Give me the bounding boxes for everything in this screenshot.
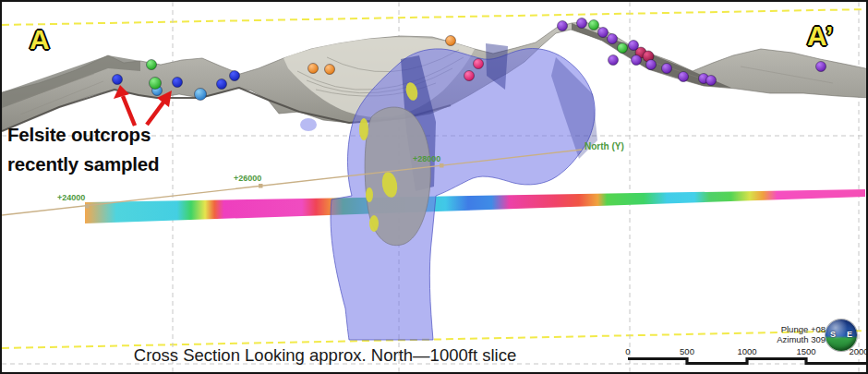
globe-letter-east: E	[847, 330, 852, 339]
sample-point-purple[interactable]	[632, 55, 642, 66]
sample-point-green[interactable]	[618, 43, 628, 54]
felsite-annotation-line2: recently sampled	[7, 150, 159, 179]
figure-caption: Cross Section Looking approx. North—1000…	[103, 345, 547, 366]
sample-point-purple[interactable]	[816, 62, 826, 72]
globe-letter-south: S	[830, 330, 836, 339]
sample-point-purple[interactable]	[558, 21, 568, 31]
axis-tick-28000: +28000	[413, 154, 440, 163]
sample-point-purple[interactable]	[662, 64, 672, 74]
scale-bar	[628, 359, 866, 364]
sample-point-purple[interactable]	[629, 41, 639, 51]
sample-point-blue[interactable]	[173, 78, 183, 88]
azimuth-readout: Azimuth 309	[777, 334, 826, 344]
scale-label-2000: 2000	[849, 346, 868, 356]
felsite-annotation-line1: Felsite outcrops	[7, 120, 159, 150]
scale-label-1000: 1000	[737, 346, 756, 356]
sample-point-orange[interactable]	[446, 36, 456, 46]
sample-point-purple[interactable]	[598, 28, 609, 38]
sample-point-purple[interactable]	[608, 34, 618, 44]
cross-section-viewport: A A’ Felsite outcrops recently sampled +…	[0, 0, 868, 374]
scale-label-500: 500	[680, 346, 694, 356]
sample-point-purple[interactable]	[706, 76, 717, 86]
sample-point-purple[interactable]	[646, 60, 657, 70]
sample-point-blue[interactable]	[217, 79, 227, 90]
scene-canvas	[2, 2, 868, 374]
sample-point-orange[interactable]	[308, 64, 319, 74]
sample-point-purple[interactable]	[609, 55, 619, 66]
axis-tick-26000: +26000	[234, 174, 261, 183]
sample-point-purple[interactable]	[679, 72, 689, 82]
axis-tick-24000: +24000	[57, 193, 85, 202]
sample-point-purple[interactable]	[577, 18, 587, 29]
north-axis-label: North (Y)	[585, 141, 624, 151]
sample-point-green[interactable]	[589, 20, 599, 30]
sample-point-blue[interactable]	[230, 71, 240, 81]
intrusion-fragment	[300, 118, 317, 131]
box-edge-top	[2, 9, 868, 25]
sample-point-pink[interactable]	[474, 59, 484, 69]
view-orientation-readout: Plunge +08 Azimuth 309	[777, 324, 826, 344]
section-label-a-prime: A’	[807, 20, 833, 52]
sample-point-green[interactable]	[147, 60, 157, 70]
sample-point-lightblue[interactable]	[195, 89, 207, 101]
orientation-globe-icon[interactable]: S E	[826, 320, 857, 351]
section-label-a: A	[30, 24, 50, 55]
plunge-readout: Plunge +08	[777, 324, 826, 334]
scale-label-1500: 1500	[796, 346, 815, 356]
sample-point-green[interactable]	[150, 78, 162, 90]
sample-point-blue[interactable]	[113, 75, 123, 85]
felsite-annotation: Felsite outcrops recently sampled	[7, 120, 159, 179]
sample-point-pink[interactable]	[464, 71, 475, 81]
heatmap-slice[interactable]	[85, 189, 865, 223]
scale-label-0: 0	[625, 346, 630, 356]
sample-point-orange[interactable]	[325, 65, 335, 75]
